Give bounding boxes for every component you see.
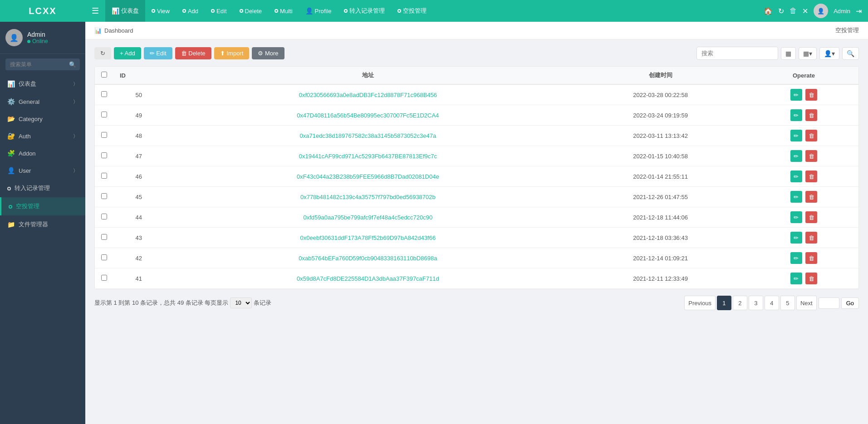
cell-address[interactable]: 0x19441cAF99cd971Ac5293Fb6437BE87813Ef9c… — [299, 153, 437, 160]
sidebar-item-transfer-mgmt[interactable]: 转入记录管理 — [0, 179, 85, 197]
prev-button[interactable]: Previous — [684, 296, 716, 310]
nav-dot-add — [182, 9, 186, 13]
row-edit-button[interactable]: ✏ — [790, 191, 802, 203]
row-delete-button[interactable]: 🗑 — [805, 211, 817, 223]
row-checkbox[interactable] — [101, 132, 107, 138]
table-search-input[interactable] — [696, 47, 778, 60]
sidebar-item-user[interactable]: 👤User〉 — [0, 162, 85, 179]
row-checkbox[interactable] — [101, 173, 107, 179]
add-button[interactable]: + Add — [114, 47, 141, 59]
hamburger-icon[interactable]: ☰ — [85, 6, 105, 16]
row-checkbox[interactable] — [101, 152, 107, 158]
sidebar-icon-dashboard: 📊 — [7, 80, 15, 88]
nav-dot-multi — [275, 9, 278, 13]
cell-address[interactable]: 0xab5764bEFa760D59f0cb9048338163110bD869… — [299, 255, 437, 262]
cell-address[interactable]: 0xfd59a0aa795be799afc9f7ef48a4c5edcc720c… — [303, 214, 432, 221]
cell-address[interactable]: 0xf0230566693a0e8adDB3Fc12d8878F71c968B4… — [299, 92, 437, 98]
page-button-3[interactable]: 3 — [749, 296, 763, 310]
column-view-button[interactable]: ▦▾ — [799, 47, 817, 60]
row-edit-button[interactable]: ✏ — [790, 211, 802, 223]
edit-button[interactable]: ✏ Edit — [144, 47, 172, 59]
logout-icon[interactable]: ⇥ — [856, 7, 862, 15]
cell-address[interactable]: 0xF43c044a23B238b59FEE5966d8B7Dad02081D0… — [297, 173, 439, 180]
row-edit-button[interactable]: ✏ — [790, 150, 802, 162]
sidebar-item-airdrop-mgmt[interactable]: 空投管理 — [0, 197, 85, 215]
more-button[interactable]: ⚙ More — [252, 47, 284, 59]
page-button-5[interactable]: 5 — [780, 296, 795, 310]
row-edit-button[interactable]: ✏ — [790, 252, 802, 264]
sidebar-icon-airdrop-mgmt — [9, 203, 12, 210]
sidebar-item-file-mgmt[interactable]: 📁文件管理器 — [0, 215, 85, 234]
per-page-select[interactable]: 10 20 50 — [230, 297, 252, 308]
row-checkbox[interactable] — [101, 91, 107, 97]
row-checkbox[interactable] — [101, 234, 107, 240]
row-delete-button[interactable]: 🗑 — [805, 130, 817, 141]
nav-item-profile[interactable]: 👤Profile — [299, 0, 338, 22]
row-delete-button[interactable]: 🗑 — [805, 109, 817, 121]
sidebar-label-file-mgmt: 文件管理器 — [19, 220, 48, 229]
cell-address[interactable]: 0x0eebf30631ddF173A78Ff52b69D97bA842d43f… — [300, 234, 436, 241]
close-icon[interactable]: ✕ — [802, 7, 808, 15]
nav-item-airdrop[interactable]: 空投管理 — [391, 0, 433, 22]
sidebar-item-general[interactable]: ⚙️General〉 — [0, 93, 85, 110]
sidebar-item-addon[interactable]: 🧩Addon — [0, 145, 85, 162]
page-button-2[interactable]: 2 — [733, 296, 747, 310]
table-row: 43 0x0eebf30631ddF173A78Ff52b69D97bA842d… — [95, 228, 858, 248]
cell-created: 2021-12-18 11:44:06 — [572, 207, 749, 228]
nav-item-delete[interactable]: Delete — [233, 0, 269, 22]
row-delete-button[interactable]: 🗑 — [805, 252, 817, 264]
import-button[interactable]: ⬆ Import — [214, 47, 249, 59]
app-logo: LCXX — [0, 6, 85, 16]
nav-item-edit[interactable]: Edit — [205, 0, 233, 22]
row-edit-button[interactable]: ✏ — [790, 109, 802, 121]
nav-item-transfer[interactable]: 转入记录管理 — [338, 0, 391, 22]
home-icon[interactable]: 🏠 — [764, 7, 773, 15]
row-delete-button[interactable]: 🗑 — [805, 171, 817, 182]
row-checkbox[interactable] — [101, 193, 107, 199]
go-button[interactable]: Go — [841, 297, 859, 309]
sidebar-icon-transfer-mgmt — [7, 185, 11, 192]
select-all-checkbox[interactable] — [101, 72, 107, 78]
cell-address[interactable]: 0x47D408116a56b54Be80995ec307007Fc5E1D2C… — [297, 112, 439, 119]
cell-created: 2022-03-24 09:19:59 — [572, 105, 749, 126]
row-edit-button[interactable]: ✏ — [790, 273, 802, 284]
row-edit-button[interactable]: ✏ — [790, 130, 802, 141]
row-edit-button[interactable]: ✏ — [790, 89, 802, 101]
search-button[interactable]: 🔍 — [842, 47, 859, 60]
row-checkbox[interactable] — [101, 112, 107, 117]
cell-address[interactable]: 0x59d8A7cFd8DE225584D1A3dbAaa37F397caF71… — [297, 275, 439, 282]
page-button-1[interactable]: 1 — [717, 296, 731, 310]
delete-button[interactable]: 🗑 Delete — [175, 47, 211, 59]
cell-address[interactable]: 0x778b481482c139c4a35757f797bd0ed5693870… — [300, 194, 436, 200]
nav-item-view[interactable]: View — [145, 0, 176, 22]
row-delete-button[interactable]: 🗑 — [805, 150, 817, 162]
sidebar-item-auth[interactable]: 🔐Auth〉 — [0, 127, 85, 145]
refresh-button[interactable]: ↻ — [94, 47, 111, 59]
row-delete-button[interactable]: 🗑 — [805, 89, 817, 101]
sidebar-item-dashboard[interactable]: 📊仪表盘〉 — [0, 75, 85, 93]
sidebar-item-category[interactable]: 📂Category — [0, 110, 85, 127]
nav-item-add[interactable]: Add — [176, 0, 205, 22]
cell-address[interactable]: 0xa71edc38d189767582c38a3145b5873052c3e4… — [299, 132, 436, 139]
row-delete-button[interactable]: 🗑 — [805, 191, 817, 203]
next-button[interactable]: Next — [796, 296, 817, 310]
page-button-4[interactable]: 4 — [765, 296, 779, 310]
row-edit-button[interactable]: ✏ — [790, 232, 802, 244]
table-row: 50 0xf0230566693a0e8adDB3Fc12d8878F71c96… — [95, 84, 858, 105]
nav-item-multi[interactable]: Multi — [268, 0, 299, 22]
nav-item-dashboard[interactable]: 📊仪表盘 — [105, 0, 145, 22]
sidebar-arrow-dashboard: 〉 — [73, 81, 78, 88]
nav-dot-view — [152, 9, 155, 13]
row-checkbox[interactable] — [101, 214, 107, 219]
row-edit-button[interactable]: ✏ — [790, 171, 802, 182]
row-checkbox[interactable] — [101, 275, 107, 281]
delete-icon[interactable]: 🗑 — [790, 7, 797, 15]
cell-created: 2021-12-26 01:47:55 — [572, 187, 749, 207]
grid-view-button[interactable]: ▦ — [781, 47, 796, 60]
row-delete-button[interactable]: 🗑 — [805, 232, 817, 244]
refresh-icon[interactable]: ↻ — [778, 7, 784, 15]
page-goto-input[interactable] — [819, 297, 839, 309]
row-checkbox[interactable] — [101, 254, 107, 260]
user-filter-button[interactable]: 👤▾ — [819, 47, 839, 60]
row-delete-button[interactable]: 🗑 — [805, 273, 817, 284]
